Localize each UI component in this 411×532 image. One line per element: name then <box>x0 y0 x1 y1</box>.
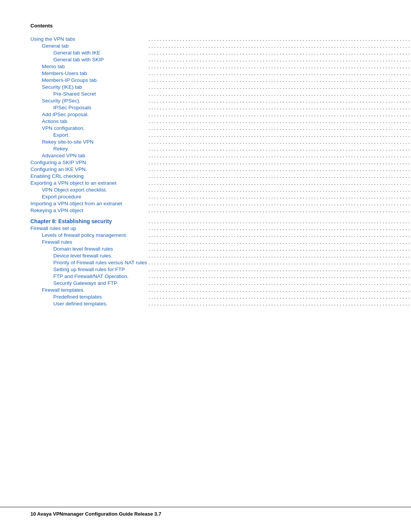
toc-dots: . . . . . . . . . . . . . . . . . . . . … <box>147 83 411 90</box>
toc-link[interactable]: Priority of Firewall rules versus NAT ru… <box>53 260 147 265</box>
toc-row: General tab with IKE . . . . . . . . . .… <box>30 49 411 56</box>
toc-row: Security (IPSec). . . . . . . . . . . . … <box>30 97 411 104</box>
toc-row: User defined templates. . . . . . . . . … <box>30 300 411 307</box>
toc-row: Actions tab . . . . . . . . . . . . . . … <box>30 118 411 125</box>
toc-link[interactable]: Members-IP Groups tab. <box>42 77 98 83</box>
toc-link[interactable]: General tab <box>42 43 69 49</box>
toc-dots: . . . . . . . . . . . . . . . . . . . . … <box>147 56 411 63</box>
toc-link[interactable]: Levels of firewall policy management. <box>42 232 127 238</box>
toc-link[interactable]: Rekey. <box>53 146 69 152</box>
toc-link[interactable]: Security (IKE) tab <box>42 84 82 90</box>
toc-link[interactable]: Firewall rules set up <box>30 225 76 231</box>
toc-link[interactable]: Exporting a VPN object to an extranet <box>30 180 116 186</box>
toc-link[interactable]: Enabling CRL checking <box>30 173 84 179</box>
toc-link[interactable]: User defined templates. <box>53 301 108 307</box>
toc-link[interactable]: Security (IPSec). <box>42 98 80 104</box>
chapter-dots: . . . . . . . . . . . . . . . . . . . . … <box>147 217 411 225</box>
toc-link[interactable]: Configuring an IKE VPN. <box>30 166 87 172</box>
toc-dots: . . . . . . . . . . . . . . . . . . . . … <box>147 238 411 245</box>
toc-link[interactable]: Setting up firewall rules for FTP <box>53 267 125 272</box>
toc-link[interactable]: FTP and Firewall/NAT Operation. <box>53 273 129 279</box>
toc-dots: . . . . . . . . . . . . . . . . . . . . … <box>147 179 411 186</box>
footer: 10 Avaya VPNmanager Configuration Guide … <box>0 507 411 517</box>
toc-dots: . . . . . . . . . . . . . . . . . . . . … <box>147 77 411 83</box>
toc-table: Using the VPN tabs . . . . . . . . . . .… <box>30 35 411 307</box>
toc-dots: . . . . . . . . . . . . . . . . . . . . … <box>147 273 411 280</box>
toc-link[interactable]: Security Gateways and FTP <box>53 280 117 286</box>
toc-link[interactable]: Actions tab <box>42 118 67 124</box>
toc-dots: . . . . . . . . . . . . . . . . . . . . … <box>147 118 411 125</box>
toc-row: Pre-Shared Secret . . . . . . . . . . . … <box>30 90 411 97</box>
toc-row: VPN configuration. . . . . . . . . . . .… <box>30 125 411 131</box>
toc-dots: . . . . . . . . . . . . . . . . . . . . … <box>147 293 411 300</box>
toc-dots: . . . . . . . . . . . . . . . . . . . . … <box>147 131 411 138</box>
toc-row: Priority of Firewall rules versus NAT ru… <box>30 259 411 266</box>
toc-dots: . . . . . . . . . . . . . . . . . . . . … <box>147 186 411 193</box>
toc-dots: . . . . . . . . . . . . . . . . . . . . … <box>147 90 411 97</box>
toc-row: Members-IP Groups tab. . . . . . . . . .… <box>30 77 411 83</box>
toc-dots: . . . . . . . . . . . . . . . . . . . . … <box>147 125 411 131</box>
toc-link[interactable]: IPSec Proposals <box>53 105 91 110</box>
toc-dots: . . . . . . . . . . . . . . . . . . . . … <box>147 63 411 70</box>
toc-link[interactable]: Configuring a SKIP VPN. <box>30 160 88 165</box>
toc-row: Export. . . . . . . . . . . . . . . . . … <box>30 131 411 138</box>
contents-heading: Contents <box>30 23 381 29</box>
toc-row: Firewall rules set up . . . . . . . . . … <box>30 225 411 232</box>
toc-link[interactable]: Members-Users tab <box>42 70 87 76</box>
toc-dots: . . . . . . . . . . . . . . . . . . . . … <box>147 280 411 286</box>
chapter-spacer <box>30 214 411 217</box>
chapter-heading-link[interactable]: Chapter 8: Establishing security <box>30 218 112 224</box>
toc-link[interactable]: Rekeying a VPN object <box>30 208 83 213</box>
toc-link[interactable]: Rekey site-to-site VPN <box>42 139 94 145</box>
toc-row: Levels of firewall policy management. . … <box>30 232 411 238</box>
toc-row: Add IPSec proposal. . . . . . . . . . . … <box>30 111 411 118</box>
toc-link[interactable]: Memo tab <box>42 64 65 69</box>
toc-row: Members-Users tab . . . . . . . . . . . … <box>30 70 411 77</box>
toc-row: General tab . . . . . . . . . . . . . . … <box>30 42 411 49</box>
toc-dots: . . . . . . . . . . . . . . . . . . . . … <box>147 259 411 266</box>
toc-dots: . . . . . . . . . . . . . . . . . . . . … <box>147 286 411 293</box>
toc-link[interactable]: Using the VPN tabs <box>30 36 75 42</box>
toc-dots: . . . . . . . . . . . . . . . . . . . . … <box>147 70 411 77</box>
toc-dots: . . . . . . . . . . . . . . . . . . . . … <box>147 152 411 159</box>
toc-link[interactable]: Advanced VPN tab <box>42 153 85 158</box>
toc-link[interactable]: VPN Object export checklist. <box>42 187 107 193</box>
toc-link[interactable]: Domain level firewall rules <box>53 246 113 252</box>
toc-dots: . . . . . . . . . . . . . . . . . . . . … <box>147 266 411 273</box>
toc-dots: . . . . . . . . . . . . . . . . . . . . … <box>147 138 411 145</box>
toc-link[interactable]: Firewall rules <box>42 239 72 245</box>
toc-row: Setting up firewall rules for FTP . . . … <box>30 266 411 273</box>
toc-link[interactable]: General tab with SKIP <box>53 57 104 62</box>
toc-row: Enabling CRL checking . . . . . . . . . … <box>30 173 411 179</box>
toc-row: Configuring an IKE VPN. . . . . . . . . … <box>30 166 411 173</box>
toc-link[interactable]: Firewall templates. <box>42 287 85 293</box>
toc-row: General tab with SKIP . . . . . . . . . … <box>30 56 411 63</box>
toc-dots: . . . . . . . . . . . . . . . . . . . . … <box>147 232 411 238</box>
toc-link[interactable]: General tab with IKE <box>53 50 100 56</box>
toc-link[interactable]: VPN configuration. <box>42 125 85 131</box>
toc-link[interactable]: Device level firewall rules. <box>53 253 112 259</box>
toc-link[interactable]: Importing a VPN object from an extranet <box>30 201 122 206</box>
footer-text: 10 Avaya VPNmanager Configuration Guide … <box>30 511 161 517</box>
toc-dots: . . . . . . . . . . . . . . . . . . . . … <box>147 49 411 56</box>
toc-link[interactable]: Export procedure <box>42 194 81 200</box>
toc-row: Using the VPN tabs . . . . . . . . . . .… <box>30 35 411 42</box>
toc-row: FTP and Firewall/NAT Operation. . . . . … <box>30 273 411 280</box>
toc-dots: . . . . . . . . . . . . . . . . . . . . … <box>147 300 411 307</box>
toc-link[interactable]: Predefined templates <box>53 294 102 300</box>
toc-row: Firewall rules . . . . . . . . . . . . .… <box>30 238 411 245</box>
toc-row: IPSec Proposals . . . . . . . . . . . . … <box>30 104 411 111</box>
toc-row: Security Gateways and FTP . . . . . . . … <box>30 280 411 286</box>
chapter-heading-row: Chapter 8: Establishing security . . . .… <box>30 217 411 225</box>
toc-link[interactable]: Export. <box>53 132 70 138</box>
toc-dots: . . . . . . . . . . . . . . . . . . . . … <box>147 145 411 152</box>
toc-dots: . . . . . . . . . . . . . . . . . . . . … <box>147 159 411 166</box>
toc-row: Firewall templates. . . . . . . . . . . … <box>30 286 411 293</box>
toc-row: Domain level firewall rules . . . . . . … <box>30 245 411 252</box>
toc-dots: . . . . . . . . . . . . . . . . . . . . … <box>147 104 411 111</box>
toc-link[interactable]: Pre-Shared Secret <box>53 91 96 97</box>
toc-row: Rekey site-to-site VPN . . . . . . . . .… <box>30 138 411 145</box>
toc-link[interactable]: Add IPSec proposal. <box>42 112 89 117</box>
toc-dots: . . . . . . . . . . . . . . . . . . . . … <box>147 207 411 214</box>
toc-row: Security (IKE) tab . . . . . . . . . . .… <box>30 83 411 90</box>
